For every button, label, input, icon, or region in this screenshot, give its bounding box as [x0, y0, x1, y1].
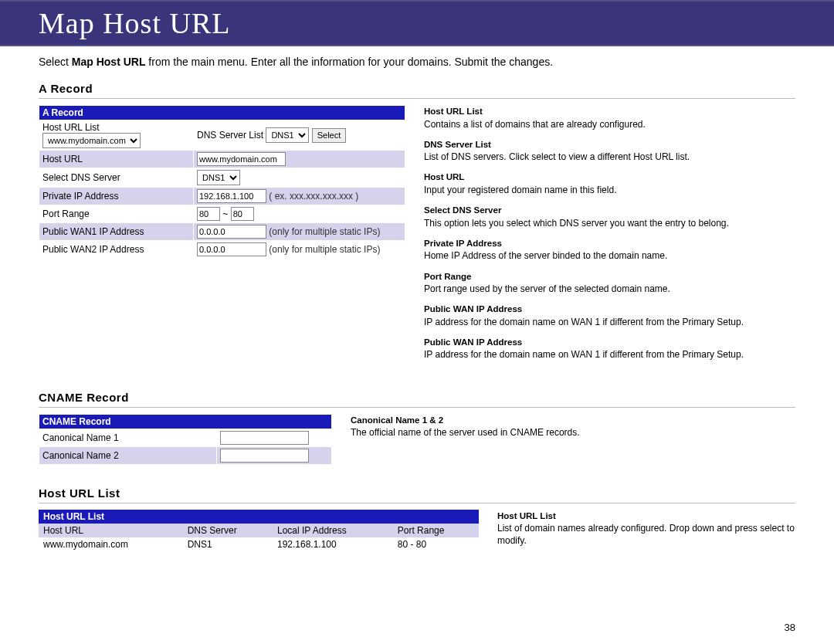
wan1-input[interactable]	[197, 225, 266, 239]
def-text: The official name of the server used in …	[351, 427, 580, 438]
col-local-ip: Local IP Address	[273, 524, 393, 537]
intro-post: from the main menu. Enter all the inform…	[145, 56, 553, 68]
dns-server-list-select[interactable]: DNS1	[266, 127, 309, 143]
a-record-table: A Record Host URL List www.mydomain.com …	[39, 105, 405, 259]
def-term: Select DNS Server	[424, 205, 501, 215]
wan2-hint: (only for multiple static IPs)	[269, 244, 380, 255]
def-text: IP address for the domain name on WAN 1 …	[424, 349, 744, 360]
port-low-input[interactable]	[197, 207, 220, 221]
wan1-hint: (only for multiple static IPs)	[269, 226, 380, 237]
def-term: Private IP Address	[424, 239, 502, 248]
def-term: Host URL	[424, 172, 464, 181]
port-separator: ~	[222, 208, 228, 219]
def-text: Input your registered domain name in thi…	[424, 185, 616, 195]
a-record-heading: A Record	[39, 82, 795, 95]
label-cname1: Canonical Name 1	[39, 429, 217, 446]
host-url-list-heading: Host URL List	[39, 486, 795, 500]
page-number: 38	[785, 622, 795, 633]
def-text: This option lets you select which DNS se…	[424, 218, 729, 229]
host-url-list-defs: Host URL ListList of domain names alread…	[497, 510, 795, 555]
divider	[39, 503, 795, 503]
label-cname2: Canonical Name 2	[39, 446, 217, 464]
def-term: Canonical Name 1 & 2	[351, 415, 443, 425]
def-term: Host URL List	[497, 511, 556, 520]
def-term: DNS Server List	[424, 140, 491, 149]
label-host-url-list: Host URL List	[42, 122, 100, 133]
cname-table: CNAME Record Canonical Name 1 Canonical …	[39, 414, 332, 465]
cell-port-range: 80 - 80	[393, 537, 479, 551]
divider	[39, 407, 795, 408]
def-term: Public WAN IP Address	[424, 304, 522, 314]
intro-text: Select Map Host URL from the main menu. …	[39, 56, 795, 68]
label-wan1: Public WAN1 IP Address	[39, 223, 194, 241]
a-record-defs: Host URL ListContains a list of domains …	[424, 105, 795, 369]
host-url-input[interactable]	[197, 152, 286, 166]
cname-title-cell: CNAME Record	[39, 414, 332, 429]
label-dns-server-list: DNS Server List	[197, 130, 263, 141]
label-select-dns: Select DNS Server	[39, 168, 194, 188]
a-record-title-cell: A Record	[39, 106, 405, 120]
def-text: Contains a list of domains that are alre…	[424, 119, 646, 130]
private-ip-hint: ( ex. xxx.xxx.xxx.xxx )	[269, 191, 358, 202]
port-high-input[interactable]	[231, 207, 254, 221]
wan2-input[interactable]	[197, 242, 266, 256]
divider	[39, 98, 795, 99]
cell-dns-server: DNS1	[183, 537, 273, 551]
page-title: Map Host URL	[39, 6, 230, 40]
label-private-ip: Private IP Address	[39, 188, 194, 205]
host-url-list-title-cell: Host URL List	[39, 510, 479, 524]
cell-local-ip: 192.168.1.100	[273, 537, 393, 551]
def-text: Home IP Address of the server binded to …	[424, 250, 667, 261]
select-button[interactable]: Select	[312, 128, 347, 143]
cell-host-url: www.mydomain.com	[39, 537, 183, 551]
cname-heading: CNAME Record	[39, 391, 795, 404]
col-dns-server: DNS Server	[183, 524, 273, 537]
cname2-input[interactable]	[220, 449, 309, 463]
label-host-url: Host URL	[39, 151, 194, 168]
private-ip-input[interactable]	[197, 189, 266, 203]
intro-pre: Select	[39, 56, 72, 68]
table-row: www.mydomain.com DNS1 192.168.1.100 80 -…	[39, 537, 479, 551]
host-url-list-select[interactable]: www.mydomain.com	[42, 133, 141, 148]
col-host-url: Host URL	[39, 524, 183, 537]
def-term: Host URL List	[424, 107, 483, 116]
label-wan2: Public WAN2 IP Address	[39, 241, 194, 259]
banner: Map Host URL	[0, 0, 834, 46]
def-text: List of DNS servers. Click select to vie…	[424, 151, 690, 162]
select-dns-select[interactable]: DNS1	[197, 170, 240, 185]
cname1-input[interactable]	[220, 431, 309, 445]
label-port-range: Port Range	[39, 205, 194, 223]
def-text: List of domain names already configured.…	[497, 523, 795, 546]
intro-bold: Map Host URL	[72, 56, 146, 68]
host-url-list-table: Host URL List Host URL DNS Server Local …	[39, 510, 479, 551]
col-port-range: Port Range	[393, 524, 479, 537]
def-term: Port Range	[424, 272, 471, 281]
def-text: IP address for the domain name on WAN 1 …	[424, 317, 744, 327]
def-term: Public WAN IP Address	[424, 337, 522, 347]
def-text: Port range used by the server of the sel…	[424, 283, 670, 294]
cname-defs: Canonical Name 1 & 2The official name of…	[351, 414, 795, 465]
